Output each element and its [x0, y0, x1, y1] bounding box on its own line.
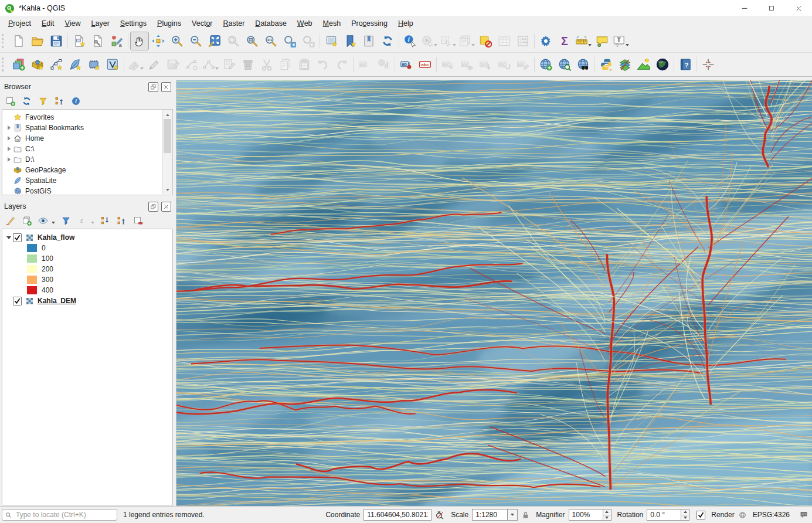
menu-edit[interactable]: Edit	[36, 17, 60, 30]
new-geopackage-layer-button[interactable]	[28, 55, 47, 74]
labeling-options-button[interactable]: ab	[397, 55, 416, 74]
layer-diagram-button[interactable]	[374, 55, 393, 74]
web-search-button[interactable]	[555, 55, 574, 74]
plugin-layers-button[interactable]	[616, 55, 634, 74]
browser-item-spatial-bookmarks[interactable]: Spatial Bookmarks	[2, 123, 172, 133]
zoom-in-button[interactable]	[168, 32, 186, 50]
rotation-up-button[interactable]	[681, 510, 689, 515]
lock-icon[interactable]	[521, 511, 530, 519]
plugin-globe-button[interactable]	[653, 55, 672, 74]
place-search-button[interactable]	[574, 55, 593, 74]
browser-item-favorites[interactable]: Favorites	[2, 112, 172, 123]
crosshair-button[interactable]	[699, 55, 718, 74]
expand-all-button[interactable]	[100, 215, 111, 226]
messages-icon[interactable]	[799, 510, 808, 519]
filter-by-expression-button[interactable]: ε	[77, 215, 88, 226]
close-button[interactable]	[785, 0, 812, 16]
statistical-summary-button[interactable]	[514, 32, 532, 50]
vertex-tool-button[interactable]	[201, 55, 220, 74]
save-layer-edits-button[interactable]	[164, 55, 182, 74]
copy-features-button[interactable]	[276, 55, 295, 74]
map-canvas[interactable]	[176, 80, 812, 506]
remove-layer-button[interactable]	[132, 215, 144, 226]
zoom-next-button[interactable]	[299, 32, 318, 50]
help-contents-button[interactable]: ?	[676, 55, 695, 74]
scrollbar-thumb[interactable]	[164, 119, 171, 153]
metasearch-button[interactable]	[536, 55, 555, 74]
zoom-to-layer-button[interactable]	[243, 32, 261, 50]
menu-processing[interactable]: Processing	[346, 17, 393, 30]
menu-vector[interactable]: Vector	[186, 17, 218, 30]
layer-labeling-button[interactable]: abc	[355, 55, 374, 74]
browser-float-button[interactable]	[148, 82, 158, 92]
refresh-button[interactable]	[21, 96, 32, 107]
properties-widget-button[interactable]: i	[70, 96, 81, 107]
zoom-native-button[interactable]: 1:1	[261, 32, 280, 50]
scale-dropdown-button[interactable]	[507, 509, 518, 521]
chevron-down-icon[interactable]	[5, 236, 13, 239]
zoom-to-selection-button[interactable]	[224, 32, 243, 50]
browser-item-c[interactable]: C:\	[2, 144, 172, 154]
measure-line-button[interactable]	[574, 32, 593, 50]
new-print-layout-button[interactable]	[70, 32, 89, 50]
panel-splitter[interactable]	[1, 195, 174, 200]
magnifier-down-button[interactable]	[603, 515, 611, 521]
chevron-right-icon[interactable]	[5, 125, 13, 130]
manage-map-themes-button[interactable]	[38, 215, 49, 226]
menu-mesh[interactable]: Mesh	[318, 17, 346, 30]
layers-close-button[interactable]	[161, 202, 171, 212]
move-label-button[interactable]: abc	[476, 55, 495, 74]
browser-scrollbar[interactable]	[162, 110, 172, 194]
pan-to-selection-button[interactable]	[149, 32, 168, 50]
pin-labels-button[interactable]: abc	[439, 55, 457, 74]
diagram-options-button[interactable]: abc	[416, 55, 434, 74]
collapse-all-button[interactable]	[54, 96, 65, 107]
chevron-right-icon[interactable]	[5, 136, 13, 141]
new-temporary-scratch-layer-button[interactable]	[84, 55, 103, 74]
collapse-all-button[interactable]	[116, 215, 127, 226]
select-features-button[interactable]	[439, 32, 457, 50]
redo-button[interactable]	[332, 55, 351, 74]
magnifier-up-button[interactable]	[603, 510, 611, 515]
paste-features-button[interactable]	[295, 55, 314, 74]
browser-close-button[interactable]	[161, 82, 171, 92]
new-virtual-layer-button[interactable]	[103, 55, 122, 74]
layers-float-button[interactable]	[148, 202, 158, 212]
filter-browser-button[interactable]	[38, 96, 49, 107]
maximize-button[interactable]	[758, 0, 785, 16]
new-shapefile-layer-button[interactable]	[47, 55, 66, 74]
menu-help[interactable]: Help	[393, 17, 419, 30]
modify-attributes-button[interactable]	[220, 55, 239, 74]
chevron-right-icon[interactable]	[5, 147, 13, 151]
layer-visibility-checkbox[interactable]	[13, 297, 22, 305]
map-tips-button[interactable]	[593, 32, 611, 50]
browser-item-spatialite[interactable]: SpatiaLite	[2, 175, 172, 186]
identify-features-button[interactable]: i	[401, 32, 420, 50]
open-project-button[interactable]	[28, 32, 47, 50]
menu-raster[interactable]: Raster	[218, 17, 250, 30]
scale-input[interactable]	[472, 509, 507, 521]
chevron-right-icon[interactable]	[5, 157, 13, 162]
rotation-down-button[interactable]	[681, 515, 689, 521]
extents-toggle-icon[interactable]	[435, 510, 445, 520]
show-spatial-bookmarks-button[interactable]	[359, 32, 378, 50]
pan-map-button[interactable]	[130, 32, 149, 50]
render-checkbox[interactable]	[697, 511, 705, 519]
run-feature-action-button[interactable]	[420, 32, 439, 50]
layer-item-kahla_dem[interactable]: Kahla_DEM	[2, 296, 172, 306]
layer-visibility-checkbox[interactable]	[13, 233, 22, 242]
add-feature-button[interactable]	[182, 55, 201, 74]
python-console-button[interactable]	[597, 55, 616, 74]
menu-layer[interactable]: Layer	[86, 17, 115, 30]
browser-item-d[interactable]: D:\	[2, 154, 172, 165]
current-edits-button[interactable]	[126, 55, 145, 74]
refresh-button[interactable]	[378, 32, 397, 50]
delete-selected-button[interactable]	[239, 55, 257, 74]
coordinate-input[interactable]	[363, 509, 432, 521]
new-project-button[interactable]	[9, 32, 28, 50]
open-attribute-table-button[interactable]	[495, 32, 514, 50]
rotate-label-button[interactable]: abc	[495, 55, 514, 74]
locator-input[interactable]	[15, 510, 114, 519]
open-layer-styling-button[interactable]	[5, 215, 16, 226]
browser-item-geopackage[interactable]: GeoPackage	[2, 165, 172, 175]
